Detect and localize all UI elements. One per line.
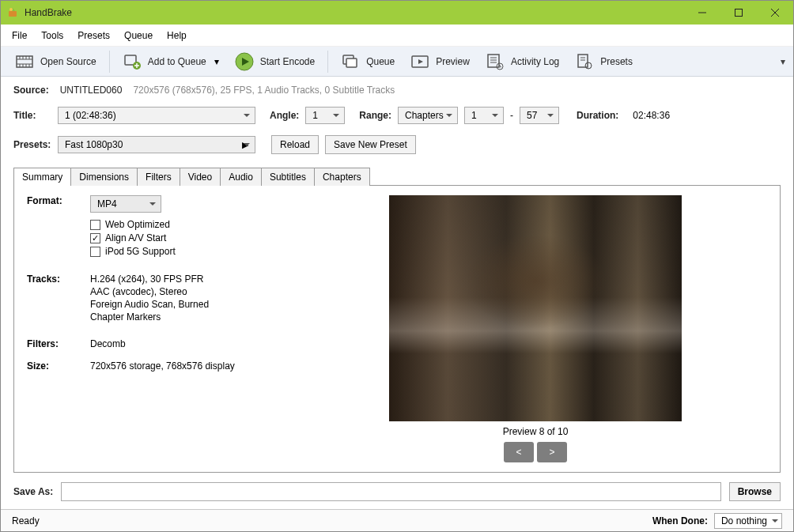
svg-rect-23 <box>346 58 357 67</box>
size-value: 720x576 storage, 768x576 display <box>90 360 235 372</box>
preview-button[interactable]: Preview <box>403 49 478 74</box>
presets-icon <box>575 52 594 71</box>
angle-label: Angle: <box>270 110 299 121</box>
tab-subtitles[interactable]: Subtitles <box>261 168 315 186</box>
ipod-label: iPod 5G Support <box>105 246 176 257</box>
tab-body: Format: MP4 Web Optimized Align A/V Star… <box>13 186 781 473</box>
track-line: AAC (avcodec), Stereo <box>90 286 209 297</box>
open-source-button[interactable]: Open Source <box>7 49 104 74</box>
menu-file[interactable]: File <box>6 27 33 44</box>
queue-button[interactable]: Queue <box>333 49 403 74</box>
presets-row: Presets: Fast 1080p30 ▶ Reload Save New … <box>13 135 781 154</box>
film-icon <box>15 52 34 71</box>
app-icon <box>7 6 20 19</box>
tabs: Summary Dimensions Filters Video Audio S… <box>13 167 781 186</box>
preview-label: Preview <box>436 56 470 67</box>
tab-filters[interactable]: Filters <box>137 168 180 186</box>
format-select[interactable]: MP4 <box>90 195 161 213</box>
chevron-down-icon: ▾ <box>214 56 219 67</box>
preview-caption: Preview 8 of 10 <box>503 426 569 437</box>
preview-icon <box>410 52 429 71</box>
preview-column: Preview 8 of 10 < > <box>304 195 767 462</box>
status-text: Ready <box>12 515 40 526</box>
web-optimized-checkbox[interactable] <box>90 220 100 230</box>
tab-audio[interactable]: Audio <box>220 168 262 186</box>
preview-next-button[interactable]: > <box>537 442 567 462</box>
menu-help[interactable]: Help <box>161 27 193 44</box>
track-line: Foreign Audio Scan, Burned <box>90 299 209 310</box>
close-button[interactable] <box>757 1 793 25</box>
menu-presets[interactable]: Presets <box>71 27 116 44</box>
menu-queue[interactable]: Queue <box>118 27 159 44</box>
summary-left: Format: MP4 Web Optimized Align A/V Star… <box>27 195 272 462</box>
add-queue-icon <box>123 52 142 71</box>
tab-chapters[interactable]: Chapters <box>314 168 370 186</box>
saveas-label: Save As: <box>13 486 53 497</box>
presets-label: Presets <box>600 56 633 67</box>
angle-select[interactable]: 1 <box>305 107 345 124</box>
maximize-button[interactable] <box>720 1 757 25</box>
window-title: HandBrake <box>25 7 684 18</box>
tracks-list: H.264 (x264), 30 FPS PFR AAC (avcodec), … <box>90 272 209 324</box>
saveas-input[interactable] <box>61 482 720 501</box>
ipod-checkbox[interactable] <box>90 247 100 257</box>
track-line: H.264 (x264), 30 FPS PFR <box>90 274 209 285</box>
toolbar-overflow[interactable]: ▾ <box>774 56 787 67</box>
duration-label: Duration: <box>577 110 618 121</box>
presets-button[interactable]: Presets <box>567 49 641 74</box>
start-encode-button[interactable]: Start Encode <box>227 49 323 74</box>
align-av-checkbox[interactable] <box>90 233 100 243</box>
range-to-select[interactable]: 57 <box>520 107 559 124</box>
svg-rect-3 <box>735 9 743 17</box>
size-label: Size: <box>27 360 90 372</box>
reload-button[interactable]: Reload <box>271 135 319 154</box>
preset-arrow-icon: ▶ <box>242 140 248 150</box>
svg-rect-0 <box>9 11 17 17</box>
svg-rect-32 <box>578 55 588 67</box>
track-line: Chapter Markers <box>90 311 209 323</box>
add-to-queue-label: Add to Queue <box>148 56 206 67</box>
play-icon <box>235 52 254 71</box>
tracks-label: Tracks: <box>27 274 90 324</box>
when-done-select[interactable]: Do nothing <box>714 513 782 529</box>
range-dash: - <box>510 110 513 121</box>
source-name: UNTITLED060 <box>60 85 123 96</box>
add-to-queue-button[interactable]: Add to Queue ▾ <box>115 49 227 74</box>
source-label: Source: <box>13 85 49 96</box>
queue-icon <box>341 52 360 71</box>
open-source-label: Open Source <box>40 56 96 67</box>
svg-line-31 <box>500 66 501 67</box>
title-select[interactable]: 1 (02:48:36) <box>58 107 255 124</box>
toolbar-separator <box>109 51 110 73</box>
title-row: Title: 1 (02:48:36) Angle: 1 Range: Chap… <box>13 107 781 124</box>
range-from-select[interactable]: 1 <box>464 107 504 124</box>
svg-rect-6 <box>17 56 32 67</box>
titlebar: HandBrake <box>1 1 793 25</box>
preview-prev-button[interactable]: < <box>504 442 534 462</box>
browse-button[interactable]: Browse <box>729 482 781 501</box>
minimize-button[interactable] <box>684 1 720 25</box>
tab-summary[interactable]: Summary <box>13 168 71 186</box>
preview-image <box>389 195 682 421</box>
when-done-label: When Done: <box>652 515 708 526</box>
preset-select[interactable]: Fast 1080p30 ▶ <box>58 136 255 153</box>
web-optimized-label: Web Optimized <box>105 219 170 230</box>
presets-label: Presets: <box>13 139 51 150</box>
preview-nav: < > <box>504 442 567 462</box>
tab-video[interactable]: Video <box>180 168 221 186</box>
toolbar-separator <box>327 51 328 73</box>
save-new-preset-button[interactable]: Save New Preset <box>325 135 416 154</box>
content: Source: UNTITLED060 720x576 (768x576), 2… <box>1 77 793 509</box>
align-av-label: Align A/V Start <box>105 232 166 243</box>
activity-log-icon <box>486 52 505 71</box>
activity-log-label: Activity Log <box>511 56 559 67</box>
saveas-row: Save As: Browse <box>13 479 781 504</box>
range-type-select[interactable]: Chapters <box>398 107 458 124</box>
tab-dimensions[interactable]: Dimensions <box>70 168 138 186</box>
activity-log-button[interactable]: Activity Log <box>478 49 567 74</box>
menu-tools[interactable]: Tools <box>35 27 70 44</box>
statusbar: Ready When Done: Do nothing <box>1 509 793 531</box>
queue-label: Queue <box>366 56 395 67</box>
format-label: Format: <box>27 195 90 259</box>
menubar: File Tools Presets Queue Help <box>1 25 793 47</box>
